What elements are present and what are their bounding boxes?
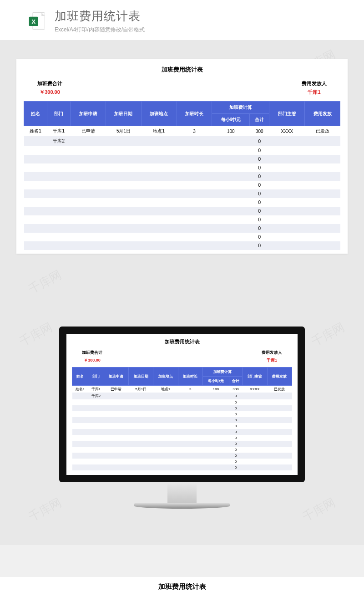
- cell-place: [153, 441, 178, 447]
- table-row: 0: [24, 181, 340, 189]
- table-row: 姓名1千库1已申请5月1日地点13100300XXXX已发放: [72, 386, 292, 393]
- table-header: 姓名 部门 加班申请 加班日期 加班地点 加班时长 加班费计算 部门主管 费用发…: [72, 367, 292, 386]
- cell-mgr: [269, 215, 305, 224]
- cell-paid: [267, 459, 292, 464]
- cell-rate: [212, 224, 250, 233]
- cell-apply: [104, 435, 128, 441]
- cell-mgr: [243, 393, 267, 399]
- cell-apply: [104, 405, 128, 411]
- payer-label: 费用发放人: [262, 350, 282, 356]
- cell-total: 0: [250, 163, 269, 172]
- col-apply: 加班申请: [71, 102, 106, 126]
- cell-apply: [104, 423, 128, 429]
- cell-dept: [88, 417, 104, 423]
- cell-rate: [203, 423, 229, 429]
- cell-place: [141, 207, 177, 215]
- cell-rate: [212, 136, 250, 146]
- cell-rate: [203, 417, 229, 423]
- cell-apply: [71, 155, 106, 163]
- cell-dept: [88, 405, 104, 411]
- cell-place: [153, 429, 178, 435]
- cell-apply: [71, 215, 106, 224]
- cell-mgr: [269, 172, 305, 181]
- cell-rate: [203, 435, 229, 441]
- cell-mgr: [243, 405, 267, 411]
- cell-rate: [203, 393, 229, 399]
- cell-paid: [305, 241, 340, 250]
- cell-place: [141, 189, 177, 198]
- cell-place: [153, 464, 178, 470]
- col-paid: 费用发放: [305, 102, 340, 126]
- cell-date: [106, 233, 142, 241]
- total-label: 加班费合计: [82, 350, 102, 356]
- cell-mgr: XXXX: [269, 126, 305, 137]
- cell-rate: [212, 172, 250, 181]
- cell-date: [129, 423, 153, 429]
- table-row: 0: [72, 464, 292, 470]
- table-row: 0: [24, 189, 340, 198]
- cell-apply: [104, 399, 128, 405]
- cell-name: [72, 393, 88, 399]
- cell-rate: [212, 241, 250, 250]
- cell-place: [141, 224, 177, 233]
- cell-rate: [212, 198, 250, 207]
- cell-hours: 3: [178, 386, 202, 393]
- cell-date: [129, 393, 153, 399]
- preview-area-1: 千库网 千库网 千库网 千库网 加班费用统计表 加班费合计 ￥300.00 费用…: [0, 40, 364, 308]
- cell-rate: [203, 399, 229, 405]
- cell-mgr: [243, 464, 267, 470]
- cell-date: [129, 429, 153, 435]
- cell-apply: [104, 459, 128, 464]
- cell-hours: [177, 215, 212, 224]
- cell-total: 0: [229, 417, 242, 423]
- cell-paid: [305, 146, 340, 155]
- cell-date: [129, 435, 153, 441]
- table-body: 姓名1千库1已申请5月1日地点13100300XXXX已发放千库20000000…: [24, 126, 340, 250]
- table-row: 0: [24, 241, 340, 250]
- cell-rate: [212, 146, 250, 155]
- cell-apply: [104, 411, 128, 417]
- cell-apply: 已申请: [71, 126, 106, 137]
- cell-apply: [104, 441, 128, 447]
- cell-name: 姓名1: [72, 386, 88, 393]
- cell-place: [141, 172, 177, 181]
- cell-total: 0: [229, 459, 242, 464]
- cell-date: [129, 399, 153, 405]
- cell-dept: [47, 181, 71, 189]
- cell-name: [24, 181, 47, 189]
- cell-apply: [104, 429, 128, 435]
- preview-area-3: 加班费用统计表 加班费合计 ￥300.00 费用发放人 千库1 加班费计算: [0, 577, 364, 592]
- cell-place: 地点1: [153, 386, 178, 393]
- cell-rate: 100: [212, 126, 250, 137]
- cell-paid: 已发放: [305, 126, 340, 137]
- watermark: 千库网: [25, 495, 64, 526]
- cell-paid: 已发放: [267, 386, 292, 393]
- cell-date: [106, 155, 142, 163]
- cell-hours: [178, 399, 202, 405]
- cell-rate: [212, 155, 250, 163]
- cell-paid: [305, 155, 340, 163]
- cell-apply: [71, 181, 106, 189]
- cell-apply: [71, 241, 106, 250]
- cell-date: [129, 447, 153, 453]
- cell-name: [72, 464, 88, 470]
- cell-paid: [305, 207, 340, 215]
- cell-dept: [88, 411, 104, 417]
- cell-total: 0: [250, 189, 269, 198]
- cell-date: 5月1日: [129, 386, 153, 393]
- cell-paid: [305, 163, 340, 172]
- cell-apply: [104, 417, 128, 423]
- cell-mgr: [243, 447, 267, 453]
- col-dept: 部门: [47, 102, 71, 126]
- payer-value: 千库1: [262, 357, 282, 363]
- cell-hours: [178, 393, 202, 399]
- table-row: 0: [24, 198, 340, 207]
- page-title: 加班费用统计表: [55, 8, 145, 24]
- spreadsheet-preview: 加班费用统计表 加班费合计 ￥300.00 费用发放人 千库1 姓名 部门 加班…: [16, 59, 348, 254]
- cell-name: [24, 136, 47, 146]
- cell-dept: [47, 207, 71, 215]
- cell-dept: [88, 453, 104, 459]
- sheet-title: 加班费用统计表: [24, 66, 340, 74]
- cell-date: [129, 464, 153, 470]
- cell-paid: [305, 215, 340, 224]
